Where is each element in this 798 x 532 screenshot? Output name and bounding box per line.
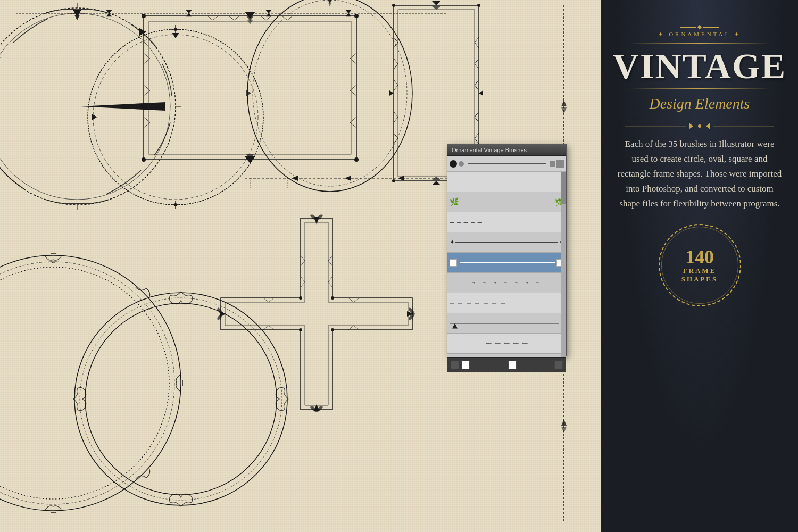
brush-row-7[interactable]: ― ― ― ― ― ― ― — [447, 293, 566, 313]
svg-point-58 — [142, 157, 146, 162]
panel-title: Ornamental Vintage Brushes — [452, 147, 527, 153]
svg-marker-7 — [80, 102, 165, 111]
toolbar-btn-4[interactable] — [554, 361, 563, 369]
sidebar: ✦ ORNAMENTAL ✦ VINTAGE Design Elements E… — [601, 0, 798, 532]
svg-point-75 — [80, 298, 282, 500]
brush-circle-preview — [450, 160, 457, 168]
brush-row-6[interactable]: → → → → → → → — [447, 273, 566, 293]
badge-line2: SHAPES — [681, 275, 718, 284]
svg-point-12 — [88, 29, 263, 205]
svg-point-37 — [392, 179, 395, 182]
svg-marker-44 — [479, 90, 483, 96]
description-text: Each of the 35 brushes in Illustrator we… — [612, 137, 787, 211]
panel-toolbar — [447, 357, 566, 372]
svg-point-67 — [0, 255, 181, 511]
svg-point-13 — [93, 35, 258, 200]
svg-marker-91 — [561, 100, 567, 106]
svg-rect-55 — [149, 21, 351, 154]
panel-header-row — [447, 156, 566, 172]
svg-marker-17 — [92, 114, 97, 120]
svg-marker-103 — [345, 176, 351, 181]
svg-point-56 — [142, 14, 146, 18]
brush-dot-small — [459, 161, 464, 167]
svg-point-69 — [0, 267, 169, 499]
svg-point-74 — [74, 293, 287, 505]
ornament-line-left — [680, 27, 696, 28]
svg-marker-102 — [292, 176, 298, 181]
svg-marker-30 — [327, 0, 332, 4]
svg-point-25 — [253, 0, 407, 186]
illustrator-panel: Ornamental Vintage Brushes ⸻⸻⸻⸻⸻⸻⸻⸻⸻⸻⸻⸻ … — [447, 144, 567, 356]
brush-row-4[interactable]: ✦ ✦ — [447, 232, 566, 253]
badge-circle: 140 FRAME SHAPES — [659, 224, 741, 306]
toolbar-btn-3[interactable] — [508, 361, 517, 369]
svg-marker-108 — [689, 123, 693, 129]
svg-marker-100 — [561, 427, 567, 433]
brush-row-1[interactable]: ⸻⸻⸻⸻⸻⸻⸻⸻⸻⸻⸻⸻ — [447, 172, 566, 192]
panel-content: ⸻⸻⸻⸻⸻⸻⸻⸻⸻⸻⸻⸻ 🌿 🌿 ⸻⸺⸻⸺⸻ ✦ ✦ — [447, 172, 566, 357]
svg-point-87 — [331, 296, 334, 300]
brush-row-9[interactable]: ⟵ ⟵ ⟵ ⟵ ⟵ — [447, 334, 566, 354]
panel-title-bar: Ornamental Vintage Brushes — [447, 144, 566, 156]
ornament-diamond — [697, 25, 702, 29]
svg-marker-109 — [706, 123, 710, 129]
svg-point-57 — [354, 14, 359, 18]
panel-scrollbar[interactable] — [561, 172, 566, 357]
svg-marker-48 — [186, 10, 192, 13]
svg-marker-40 — [432, 6, 440, 10]
svg-point-76 — [85, 303, 277, 495]
scrollbar-thumb[interactable] — [561, 172, 566, 204]
main-canvas: .frame-path { fill: none; stroke: #1a1a1… — [0, 0, 601, 532]
vintage-title: VINTAGE — [613, 48, 786, 84]
design-elements-label: Design Elements — [650, 95, 750, 112]
badge-line1: FRAME — [683, 267, 717, 275]
brush-row-10[interactable]: - · - · - · - · - — [447, 354, 566, 357]
divider-top — [629, 43, 770, 44]
svg-point-36 — [477, 4, 480, 7]
svg-marker-43 — [389, 90, 394, 96]
svg-point-59 — [354, 157, 359, 162]
svg-point-86 — [299, 296, 302, 300]
hr-ornament — [625, 121, 774, 131]
svg-marker-50 — [266, 10, 271, 13]
svg-marker-66 — [139, 28, 146, 36]
svg-marker-5 — [74, 15, 80, 20]
svg-point-89 — [331, 328, 334, 331]
ornament-line-right — [703, 27, 719, 28]
svg-point-24 — [247, 0, 412, 192]
badge-number: 140 — [685, 247, 714, 267]
svg-marker-92 — [561, 107, 567, 114]
panel-header-sq2 — [556, 160, 564, 168]
toolbar-btn-2[interactable] — [461, 361, 470, 369]
brush-row-8[interactable] — [447, 313, 566, 334]
brush-row-2[interactable]: 🌿 🌿 — [447, 192, 566, 212]
toolbar-btn-1[interactable] — [451, 361, 459, 369]
svg-marker-15 — [172, 33, 179, 38]
brush-row-5[interactable] — [447, 253, 566, 273]
svg-marker-39 — [432, 1, 440, 5]
svg-point-23 — [174, 203, 177, 206]
svg-marker-41 — [432, 181, 440, 185]
svg-point-111 — [698, 124, 701, 128]
top-ornament — [680, 26, 719, 29]
divider-middle — [629, 88, 770, 89]
svg-point-35 — [392, 4, 395, 7]
sidebar-content: ✦ ORNAMENTAL ✦ VINTAGE Design Elements E… — [612, 11, 787, 306]
svg-marker-52 — [346, 10, 351, 13]
panel-header-sq1 — [550, 161, 555, 167]
svg-marker-99 — [561, 419, 567, 426]
svg-marker-32 — [246, 90, 251, 96]
svg-marker-62 — [247, 20, 253, 24]
svg-point-88 — [299, 328, 302, 331]
svg-marker-104 — [398, 176, 404, 181]
brush-row-3[interactable]: ⸻⸺⸻⸺⸻ — [447, 212, 566, 232]
svg-point-20 — [174, 28, 177, 31]
ornamental-label: ✦ ORNAMENTAL ✦ — [658, 31, 741, 38]
svg-marker-47 — [106, 13, 112, 16]
